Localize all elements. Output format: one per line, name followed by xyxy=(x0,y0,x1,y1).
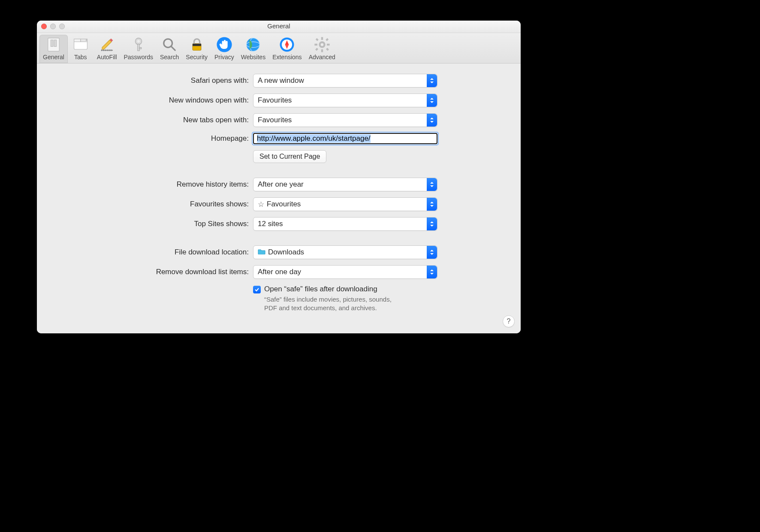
popup-safari-opens-with[interactable]: A new window xyxy=(253,74,437,88)
svg-rect-31 xyxy=(326,48,329,51)
checkbox-open-safe-files[interactable] xyxy=(253,286,261,293)
popup-value: A new window xyxy=(258,76,304,85)
svg-text:+: + xyxy=(85,38,87,42)
svg-marker-42 xyxy=(430,185,434,187)
toolbar-label: Websites xyxy=(241,54,265,60)
compass-icon xyxy=(277,36,296,53)
toolbar-tab-general[interactable]: General xyxy=(39,35,68,63)
svg-marker-37 xyxy=(430,98,434,100)
svg-rect-26 xyxy=(321,37,323,40)
hand-icon xyxy=(215,36,234,53)
svg-rect-30 xyxy=(316,38,319,41)
preferences-toolbar: General + Tabs AutoFill Pas xyxy=(37,33,521,63)
chevron-up-down-icon xyxy=(427,178,437,191)
popup-value: 12 sites xyxy=(258,220,283,228)
help-button[interactable]: ? xyxy=(503,315,515,327)
popup-file-download-location[interactable]: Downloads xyxy=(253,245,437,259)
svg-marker-46 xyxy=(430,225,434,227)
label-new-windows-open-with: New windows open with: xyxy=(47,96,253,105)
svg-marker-40 xyxy=(430,121,434,123)
svg-rect-29 xyxy=(327,44,330,45)
svg-rect-12 xyxy=(138,44,139,51)
toolbar-label: General xyxy=(43,54,64,60)
toolbar-tab-passwords[interactable]: Passwords xyxy=(121,35,157,63)
star-icon: ☆ xyxy=(258,200,264,209)
popup-value: Favourites xyxy=(258,96,292,105)
svg-marker-49 xyxy=(430,269,434,271)
svg-marker-36 xyxy=(430,82,434,83)
chevron-up-down-icon xyxy=(427,218,437,230)
svg-marker-45 xyxy=(430,221,434,223)
toolbar-tab-security[interactable]: Security xyxy=(182,35,211,63)
pencil-icon xyxy=(97,36,116,53)
chevron-up-down-icon xyxy=(427,198,437,211)
toolbar-tab-search[interactable]: Search xyxy=(157,35,182,63)
svg-marker-48 xyxy=(430,253,434,255)
label-favourites-shows: Favourites shows: xyxy=(47,200,253,209)
label-new-tabs-open-with: New tabs open with: xyxy=(47,116,253,124)
chevron-up-down-icon xyxy=(427,114,437,127)
popup-remove-history-items[interactable]: After one year xyxy=(253,178,437,191)
popup-value: After one year xyxy=(258,180,304,189)
toolbar-label: Search xyxy=(160,54,179,60)
popup-value: Downloads xyxy=(268,248,304,257)
popup-remove-download-list-items[interactable]: After one day xyxy=(253,265,437,279)
svg-marker-50 xyxy=(430,273,434,275)
popup-new-tabs-open-with[interactable]: Favourites xyxy=(253,113,437,127)
toolbar-tab-websites[interactable]: Websites xyxy=(238,35,269,63)
svg-rect-4 xyxy=(74,39,80,42)
label-file-download-location: File download location: xyxy=(47,248,253,257)
toolbar-tab-advanced[interactable]: Advanced xyxy=(305,35,339,63)
toolbar-tab-autofill[interactable]: AutoFill xyxy=(93,35,121,63)
toolbar-label: Passwords xyxy=(124,54,153,60)
search-icon xyxy=(160,36,179,53)
preferences-window: General General + Tabs xyxy=(37,21,521,333)
svg-rect-0 xyxy=(48,38,59,51)
help-text-safe-files: “Safe” files include movies, pictures, s… xyxy=(264,295,406,313)
toolbar-tab-extensions[interactable]: Extensions xyxy=(269,35,305,63)
svg-rect-9 xyxy=(101,50,112,51)
popup-favourites-shows[interactable]: ☆ Favourites xyxy=(253,197,437,211)
input-homepage[interactable] xyxy=(253,133,437,144)
svg-rect-1 xyxy=(51,40,53,46)
toolbar-label: Privacy xyxy=(214,54,234,60)
chevron-up-down-icon xyxy=(427,246,437,259)
svg-rect-28 xyxy=(314,44,317,45)
switch-icon xyxy=(44,36,63,53)
folder-icon xyxy=(258,248,265,257)
label-top-sites-shows: Top Sites shows: xyxy=(47,220,253,228)
label-remove-history-items: Remove history items: xyxy=(47,180,253,189)
key-icon xyxy=(129,36,148,53)
svg-marker-7 xyxy=(102,40,112,49)
chevron-up-down-icon xyxy=(427,74,437,87)
svg-point-34 xyxy=(320,43,323,46)
label-safari-opens-with: Safari opens with: xyxy=(47,76,253,85)
svg-rect-17 xyxy=(193,44,201,46)
svg-rect-27 xyxy=(321,49,323,52)
svg-marker-41 xyxy=(430,182,434,184)
toolbar-label: Security xyxy=(186,54,208,60)
toolbar-tab-tabs[interactable]: + Tabs xyxy=(68,35,93,63)
label-open-safe-files: Open “safe” files after downloading xyxy=(264,285,377,293)
popup-new-windows-open-with[interactable]: Favourites xyxy=(253,94,437,107)
svg-rect-32 xyxy=(326,38,329,41)
svg-marker-47 xyxy=(430,250,434,251)
toolbar-tab-privacy[interactable]: Privacy xyxy=(211,35,238,63)
svg-marker-44 xyxy=(430,205,434,207)
svg-rect-13 xyxy=(139,48,141,49)
toolbar-label: Tabs xyxy=(74,54,87,60)
svg-point-11 xyxy=(137,40,140,43)
svg-rect-33 xyxy=(315,48,318,51)
svg-line-15 xyxy=(172,46,175,50)
gear-icon xyxy=(313,36,332,53)
popup-value: After one day xyxy=(258,268,301,276)
toolbar-label: AutoFill xyxy=(97,54,117,60)
toolbar-label: Advanced xyxy=(309,54,335,60)
svg-marker-38 xyxy=(430,101,434,103)
titlebar: General xyxy=(37,21,521,33)
popup-value: Favourites xyxy=(258,116,292,124)
lock-icon xyxy=(187,36,206,53)
button-set-to-current-page[interactable]: Set to Current Page xyxy=(253,150,326,163)
popup-value: Favourites xyxy=(267,200,301,209)
popup-top-sites-shows[interactable]: 12 sites xyxy=(253,217,437,231)
